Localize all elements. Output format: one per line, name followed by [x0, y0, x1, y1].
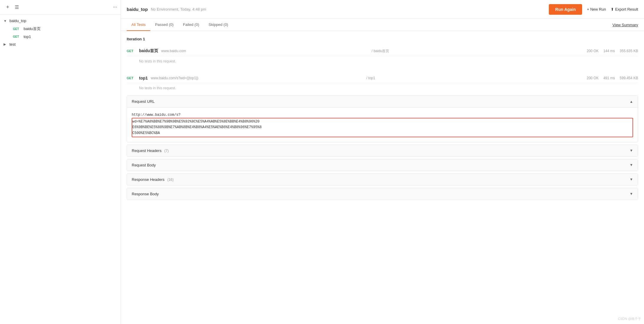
request-name: baidu首页 [139, 48, 158, 54]
request-method: GET [127, 76, 136, 80]
panel-label: Request URL [132, 99, 155, 104]
request-time: 491 ms [603, 76, 615, 80]
sidebar-item-label: baidu_top [9, 19, 26, 23]
sidebar-item-baidu_top[interactable]: ▼ baidu_top [0, 17, 120, 25]
sidebar-tree: ▼ baidu_top GET baidu首页 GET top1 ▶ test [0, 14, 120, 51]
tab-failed[interactable]: Failed (0) [178, 19, 204, 31]
request-headers-panel: Request Headers (7) ▼ [127, 145, 638, 157]
url-line-3: E6%9B%BE%E5%88%9B%E7%AB%8B%E4%B8%A4%E5%A… [132, 125, 633, 130]
chevron-down-icon: ▼ [630, 192, 633, 196]
request-url-short: www.baidu.com [161, 49, 371, 53]
request-size: 599.454 KB [620, 76, 638, 80]
export-result-button[interactable]: ⬆ Export Result [611, 7, 638, 11]
response-headers-panel-header[interactable]: Response Headers (16) ▼ [127, 174, 638, 185]
request-row: GET baidu首页 www.baidu.com / baidu首页 200 … [127, 46, 638, 66]
url-highlighted-block: wd=%E7%A8%BB%E7%9B%9B%E5%92%8C%E5%A4%AB%… [132, 118, 633, 137]
response-body-panel-header[interactable]: Response Body ▼ [127, 188, 638, 200]
chevron-down-icon: ▼ [4, 19, 8, 23]
filter-button[interactable]: ☰ [15, 4, 110, 10]
sidebar: + ☰ ··· ▼ baidu_top GET baidu首页 GET top1… [0, 0, 121, 324]
sidebar-header: + ☰ ··· [0, 0, 120, 14]
request-header: GET top1 www.baidu.com/s?wd={{top1}} / t… [127, 73, 638, 83]
method-badge: GET [13, 27, 21, 31]
request-url-panel-body: http://www.baidu.com/s? wd=%E7%A8%BB%E7%… [127, 108, 638, 142]
request-path: / top1 [366, 76, 582, 80]
panel-label: Response Body [132, 192, 159, 196]
export-label: Export Result [615, 7, 638, 11]
no-tests-message: No tests in this request. [127, 83, 638, 93]
response-headers-panel: Response Headers (16) ▼ [127, 173, 638, 186]
request-url-panel-header[interactable]: Request URL ▲ [127, 96, 638, 108]
tabs-bar: All Tests Passed (0) Failed (0) Skipped … [121, 19, 644, 31]
sidebar-item-baidu-homepage[interactable]: GET baidu首页 [0, 25, 120, 33]
request-time: 144 ms [603, 49, 615, 53]
chevron-up-icon: ▲ [630, 100, 633, 104]
url-line-1: http://www.baidu.com/s? [132, 112, 633, 118]
request-method: GET [127, 49, 136, 53]
request-headers-panel-header[interactable]: Request Headers (7) ▼ [127, 145, 638, 156]
topbar: baidu_top No Environment, Today, 4:48 pm… [121, 0, 644, 19]
chevron-down-icon: ▼ [630, 163, 633, 167]
watermark: CSDN @格千于 [618, 317, 641, 321]
panel-label: Request Headers [132, 148, 161, 153]
request-body-panel: Request Body ▼ [127, 159, 638, 171]
request-row: GET top1 www.baidu.com/s?wd={{top1}} / t… [127, 73, 638, 200]
run-again-button[interactable]: Run Again [549, 4, 582, 15]
sidebar-item-test[interactable]: ▶ test [0, 40, 120, 48]
main-content: baidu_top No Environment, Today, 4:48 pm… [121, 0, 644, 324]
no-tests-message: No tests in this request. [127, 56, 638, 66]
sidebar-item-top1[interactable]: GET top1 [0, 33, 120, 40]
collection-meta: No Environment, Today, 4:48 pm [151, 7, 549, 11]
request-name: top1 [139, 76, 148, 80]
chevron-down-icon: ▼ [630, 177, 633, 181]
request-path: / baidu首页 [371, 49, 582, 54]
collection-name: baidu_top [127, 7, 148, 12]
tab-skipped[interactable]: Skipped (0) [204, 19, 233, 31]
panel-label: Request Body [132, 163, 156, 167]
export-icon: ⬆ [611, 7, 614, 11]
request-header: GET baidu首页 www.baidu.com / baidu首页 200 … [127, 46, 638, 56]
request-status: 200 OK [587, 76, 599, 80]
request-size: 355.635 KB [620, 49, 638, 53]
results-area: Iteration 1 GET baidu首页 www.baidu.com / … [121, 31, 644, 324]
more-options-button[interactable]: ··· [113, 4, 117, 10]
request-url-panel: Request URL ▲ http://www.baidu.com/s? wd… [127, 95, 638, 142]
panel-label-row: Request Headers (7) [132, 148, 169, 153]
sidebar-item-label: test [9, 42, 16, 47]
view-summary-link[interactable]: View Summary [612, 23, 638, 27]
child-item-label: top1 [24, 34, 31, 39]
response-body-panel: Response Body ▼ [127, 188, 638, 200]
request-status: 200 OK [587, 49, 599, 53]
method-badge: GET [13, 35, 21, 38]
request-body-panel-header[interactable]: Request Body ▼ [127, 159, 638, 171]
request-url-short: www.baidu.com/s?wd={{top1}} [151, 76, 366, 80]
iteration-label: Iteration 1 [127, 37, 638, 41]
new-run-button[interactable]: + New Run [587, 7, 606, 11]
add-button[interactable]: + [4, 3, 12, 11]
panel-label: Response Headers [132, 177, 164, 182]
panel-count: (16) [167, 178, 174, 182]
panel-count: (7) [164, 149, 169, 153]
chevron-right-icon: ▶ [4, 42, 8, 46]
chevron-down-icon: ▼ [630, 148, 633, 153]
child-item-label: baidu首页 [24, 26, 41, 32]
panel-label-row: Response Headers (16) [132, 177, 174, 182]
tab-all-tests[interactable]: All Tests [127, 19, 150, 31]
url-line-2: wd=%E7%A8%BB%E7%9B%9B%E5%92%8C%E5%A4%AB%… [132, 119, 633, 125]
url-line-4: C500%E5%BC%BA [132, 130, 633, 136]
tab-passed[interactable]: Passed (0) [150, 19, 178, 31]
